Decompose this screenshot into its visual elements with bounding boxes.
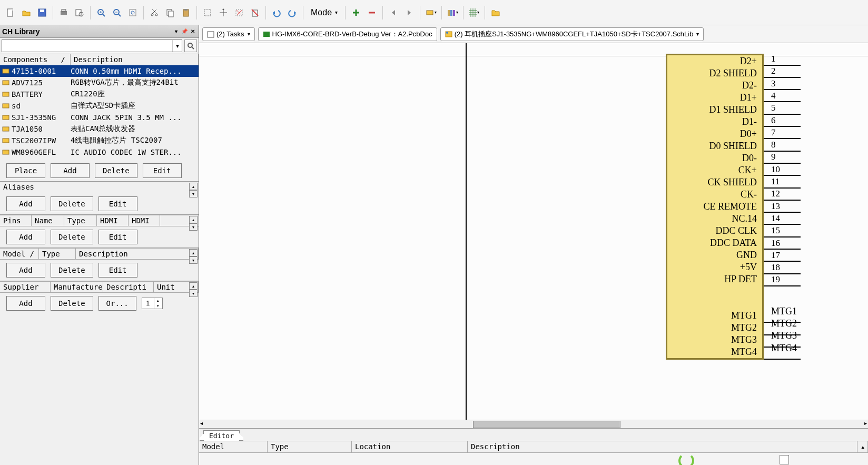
col-type[interactable]: Type (64, 215, 97, 226)
scroll-up-icon[interactable]: ▴ (189, 183, 198, 190)
col-components[interactable]: Components (3, 55, 47, 64)
chevron-down-icon[interactable]: ▾ (172, 40, 182, 52)
save-icon[interactable] (35, 5, 50, 20)
scroll-down-icon[interactable]: ▾ (189, 223, 198, 231)
col-model[interactable]: Model (3, 250, 25, 258)
place-button[interactable]: Place (6, 163, 45, 178)
delete-button[interactable]: Delete (95, 163, 137, 178)
col-supplier[interactable]: Supplier (0, 282, 51, 292)
panel-title-bar: CH Library ▾ 📌 ✕ (0, 25, 199, 38)
undo-icon[interactable] (269, 5, 284, 20)
list-item[interactable]: TJA1050表贴CAN总线收发器 (0, 123, 199, 135)
col-model-type[interactable]: Type (39, 249, 76, 259)
panel-title: CH Library (2, 27, 40, 36)
col-model-desc[interactable]: Description (76, 249, 199, 259)
component-icon[interactable]: ▾ (423, 5, 438, 20)
list-item[interactable]: WM8960GEFLIC AUDIO CODEC 1W STER... (0, 146, 199, 158)
col-hdmi1[interactable]: HDMI (97, 215, 129, 226)
quantity-spinner[interactable]: ▴▾ (142, 298, 163, 309)
editor-tab[interactable]: Editor (203, 430, 240, 441)
add-button[interactable]: Add (51, 163, 90, 178)
move-icon[interactable] (216, 5, 231, 20)
deselect-icon[interactable] (232, 5, 246, 20)
aliases-delete-button[interactable]: Delete (51, 196, 93, 211)
aliases-edit-button[interactable]: Edit (98, 196, 137, 211)
list-item[interactable]: sd自弹式A型SD卡插座 (0, 100, 199, 112)
aliases-add-button[interactable]: Add (6, 196, 45, 211)
search-button[interactable] (184, 39, 197, 52)
col-pins[interactable]: Pins (0, 215, 32, 226)
scroll-down-icon[interactable]: ▾ (189, 190, 198, 197)
prev-part-icon[interactable] (386, 5, 401, 20)
svg-rect-5 (62, 9, 66, 11)
schematic-canvas[interactable]: D2+D2 SHIELDD2-D1+D1 SHIELDD1-D0+D0 SHIE… (199, 43, 868, 420)
new-file-icon[interactable] (3, 5, 18, 20)
model-delete-button[interactable]: Delete (51, 263, 93, 278)
model-add-button[interactable]: Add (6, 263, 45, 278)
spin-down-icon[interactable]: ▾ (154, 303, 162, 309)
col-description[interactable]: Description (71, 54, 199, 65)
paste-icon[interactable] (179, 5, 193, 20)
footer-col-type[interactable]: Type (268, 441, 352, 452)
tab-schlib[interactable]: (2) 耳机插座SJ1-3535NG+WM8960CGEFL+TJA1050+S… (440, 27, 704, 41)
remove-part-icon[interactable] (364, 5, 379, 20)
open-icon[interactable] (19, 5, 34, 20)
order-button[interactable]: Or... (98, 296, 136, 311)
scrollbar-thumb[interactable] (473, 421, 620, 428)
panel-pin-icon[interactable]: 📌 (181, 28, 188, 35)
add-part-icon[interactable] (349, 5, 363, 20)
folder-icon[interactable] (488, 5, 503, 20)
tab-pcbdoc[interactable]: HG-IMX6-CORE-BRD-VerB-Debug Ver：A2.PcbDo… (258, 27, 437, 41)
supplier-delete-button[interactable]: Delete (51, 296, 93, 311)
components-list[interactable]: 47151-0001CONN 0.50mm HDMI Recep...ADV71… (0, 65, 199, 160)
grid-icon[interactable]: ▾ (467, 5, 481, 20)
quantity-input[interactable] (142, 298, 154, 309)
pins-edit-button[interactable]: Edit (98, 230, 137, 244)
scroll-down-icon[interactable]: ▾ (189, 290, 198, 297)
zoom-in-icon[interactable] (94, 5, 108, 20)
scroll-up-icon[interactable]: ▴ (189, 249, 198, 256)
pins-add-button[interactable]: Add (6, 230, 45, 244)
panel-dropdown-icon[interactable]: ▾ (172, 28, 180, 35)
spin-up-icon[interactable]: ▴ (154, 298, 162, 303)
col-supp-desc[interactable]: Descripti (106, 283, 146, 291)
col-hdmi2[interactable]: HDMI (129, 215, 160, 226)
copy-icon[interactable] (163, 5, 177, 20)
scroll-up-icon[interactable]: ▴ (189, 282, 198, 290)
zoom-out-icon[interactable] (110, 5, 124, 20)
preview-icon[interactable] (72, 5, 87, 20)
pins-delete-button[interactable]: Delete (51, 230, 93, 244)
col-manufacturer[interactable]: Manufacturer (51, 282, 103, 292)
scroll-up-icon[interactable]: ▴ (189, 216, 198, 223)
select-rect-icon[interactable] (200, 5, 215, 20)
list-item[interactable]: ADV7125RGB转VGA芯片，最高支持24Bit (0, 77, 199, 88)
tab-tasks[interactable]: (2) Tasks▾ (202, 27, 255, 41)
footer-col-model[interactable]: Model (199, 441, 268, 452)
edit-button[interactable]: Edit (143, 163, 182, 178)
redo-icon[interactable] (285, 5, 300, 20)
pin-tail: 13 (764, 202, 801, 214)
search-input[interactable] (2, 40, 172, 52)
library-icon[interactable]: ▾ (445, 5, 460, 20)
scroll-down-icon[interactable]: ▾ (189, 256, 198, 264)
panel-close-icon[interactable]: ✕ (189, 28, 196, 35)
cut-icon[interactable] (147, 5, 162, 20)
clear-icon[interactable] (248, 5, 262, 20)
footer-scroll-icon[interactable]: ▴ (857, 441, 868, 452)
col-name[interactable]: Name (32, 215, 64, 226)
model-edit-button[interactable]: Edit (98, 263, 137, 278)
status-icon[interactable] (780, 455, 789, 464)
search-combo[interactable]: ▾ (2, 39, 182, 52)
footer-col-desc[interactable]: Description (468, 441, 857, 452)
horizontal-scrollbar[interactable]: ◂ ▸ (199, 420, 868, 428)
footer-col-location[interactable]: Location (352, 441, 468, 452)
list-item[interactable]: 47151-0001CONN 0.50mm HDMI Recep... (0, 65, 199, 77)
print-icon[interactable] (56, 5, 71, 20)
mode-dropdown[interactable]: Mode▾ (307, 5, 342, 21)
supplier-add-button[interactable]: Add (6, 296, 45, 311)
list-item[interactable]: TSC2007IPW4线电阻触控芯片 TSC2007 (0, 135, 199, 146)
list-item[interactable]: SJ1-3535NGCONN JACK 5PIN 3.5 MM ... (0, 112, 199, 123)
list-item[interactable]: BATTERYCR1220座 (0, 88, 199, 100)
next-part-icon[interactable] (402, 5, 417, 20)
zoom-fit-icon[interactable] (125, 5, 140, 20)
